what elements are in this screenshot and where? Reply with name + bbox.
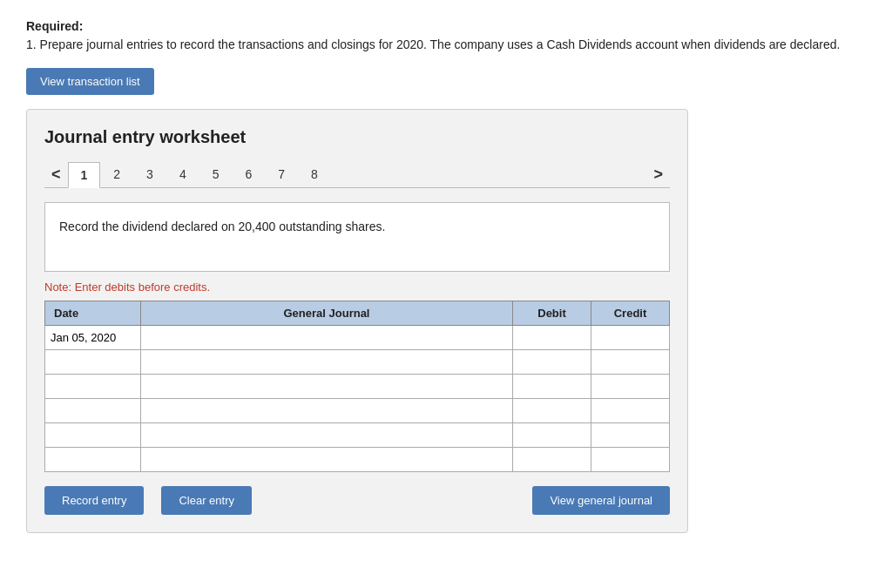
debit-cell[interactable] xyxy=(513,399,591,423)
nav-next-arrow[interactable]: > xyxy=(646,162,670,187)
credit-input[interactable] xyxy=(591,350,669,374)
credit-input[interactable] xyxy=(591,326,669,349)
date-cell[interactable] xyxy=(45,375,141,399)
credit-input[interactable] xyxy=(591,448,669,471)
date-input[interactable] xyxy=(45,423,140,447)
credit-cell[interactable] xyxy=(591,326,670,350)
journal-table: Date General Journal Debit Credit xyxy=(44,301,670,472)
journal-cell[interactable] xyxy=(141,423,513,448)
date-input[interactable] xyxy=(45,350,140,374)
table-row xyxy=(45,448,670,472)
journal-cell[interactable] xyxy=(141,375,513,399)
tab-2[interactable]: 2 xyxy=(100,161,133,187)
tab-4[interactable]: 4 xyxy=(166,161,199,187)
tab-5[interactable]: 5 xyxy=(199,161,233,187)
tab-8[interactable]: 8 xyxy=(298,161,331,187)
bottom-buttons: Record entry Clear entry View general jo… xyxy=(44,486,670,515)
debit-cell[interactable] xyxy=(513,423,591,448)
table-row xyxy=(45,350,670,375)
journal-input[interactable] xyxy=(141,399,512,422)
journal-cell[interactable] xyxy=(141,350,513,375)
date-cell[interactable] xyxy=(45,448,141,472)
view-general-journal-button[interactable]: View general journal xyxy=(532,486,670,515)
instruction-box: Record the dividend declared on 20,400 o… xyxy=(44,202,670,272)
tab-navigation: < 1 2 3 4 5 6 7 8 > xyxy=(44,161,670,188)
date-input[interactable] xyxy=(45,448,140,471)
table-row xyxy=(45,423,670,448)
instruction-text: Record the dividend declared on 20,400 o… xyxy=(59,220,385,233)
required-section: Required: 1. Prepare journal entries to … xyxy=(26,17,866,54)
journal-input[interactable] xyxy=(141,423,512,447)
journal-input[interactable] xyxy=(141,326,512,349)
debit-input[interactable] xyxy=(513,350,591,374)
debit-input[interactable] xyxy=(513,375,591,398)
date-cell[interactable] xyxy=(45,399,141,423)
journal-input[interactable] xyxy=(141,448,512,471)
debit-cell[interactable] xyxy=(513,375,591,399)
debit-cell[interactable] xyxy=(513,350,591,375)
debit-cell[interactable] xyxy=(513,448,591,472)
tab-7[interactable]: 7 xyxy=(265,161,298,187)
note-text: Note: Enter debits before credits. xyxy=(44,280,670,294)
journal-cell[interactable] xyxy=(141,399,513,423)
date-cell[interactable] xyxy=(45,350,141,375)
view-transaction-button[interactable]: View transaction list xyxy=(26,68,154,95)
table-row xyxy=(45,375,670,399)
journal-cell[interactable] xyxy=(141,326,513,350)
date-cell[interactable] xyxy=(45,423,141,448)
table-row xyxy=(45,399,670,423)
nav-prev-arrow[interactable]: < xyxy=(44,162,68,187)
col-header-debit: Debit xyxy=(513,301,591,326)
debit-input[interactable] xyxy=(513,326,591,349)
credit-input[interactable] xyxy=(591,423,669,447)
date-input[interactable] xyxy=(45,326,140,349)
worksheet-title: Journal entry worksheet xyxy=(44,127,670,147)
date-input[interactable] xyxy=(45,399,140,422)
credit-cell[interactable] xyxy=(591,399,670,423)
journal-input[interactable] xyxy=(141,375,512,398)
tab-1[interactable]: 1 xyxy=(68,162,101,188)
journal-cell[interactable] xyxy=(141,448,513,472)
col-header-general-journal: General Journal xyxy=(141,301,513,326)
debit-input[interactable] xyxy=(513,448,591,471)
record-entry-button[interactable]: Record entry xyxy=(44,486,144,515)
debit-input[interactable] xyxy=(513,399,591,422)
required-heading: Required: xyxy=(26,19,83,33)
debit-input[interactable] xyxy=(513,423,591,447)
date-input[interactable] xyxy=(45,375,140,398)
clear-entry-button[interactable]: Clear entry xyxy=(161,486,252,515)
debit-cell[interactable] xyxy=(513,326,591,350)
journal-entry-worksheet: Journal entry worksheet < 1 2 3 4 5 6 7 … xyxy=(26,109,688,533)
journal-input[interactable] xyxy=(141,350,512,374)
credit-input[interactable] xyxy=(591,399,669,422)
table-row xyxy=(45,326,670,350)
credit-cell[interactable] xyxy=(591,448,670,472)
col-header-date: Date xyxy=(45,301,141,326)
credit-input[interactable] xyxy=(591,375,669,398)
tab-3[interactable]: 3 xyxy=(133,161,166,187)
required-instruction: 1. Prepare journal entries to record the… xyxy=(26,36,866,54)
col-header-credit: Credit xyxy=(591,301,670,326)
credit-cell[interactable] xyxy=(591,423,670,448)
credit-cell[interactable] xyxy=(591,375,670,399)
date-cell[interactable] xyxy=(45,326,141,350)
credit-cell[interactable] xyxy=(591,350,670,375)
tab-6[interactable]: 6 xyxy=(233,161,266,187)
